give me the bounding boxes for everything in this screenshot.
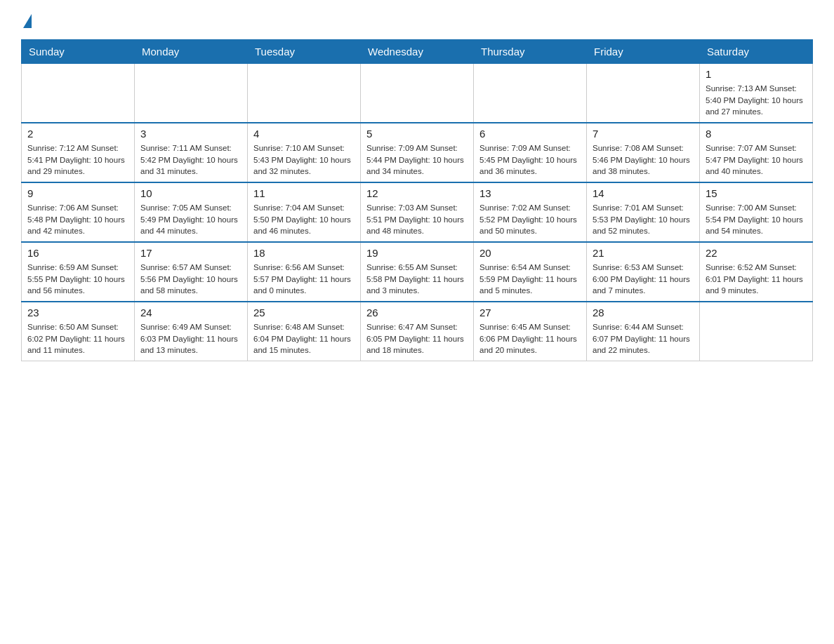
day-info: Sunrise: 7:09 AM Sunset: 5:44 PM Dayligh… (366, 142, 468, 177)
calendar-cell (361, 64, 474, 123)
day-info: Sunrise: 6:59 AM Sunset: 5:55 PM Dayligh… (27, 262, 128, 297)
day-info: Sunrise: 6:53 AM Sunset: 6:00 PM Dayligh… (593, 262, 694, 297)
calendar-cell: 28Sunrise: 6:44 AM Sunset: 6:07 PM Dayli… (587, 302, 700, 361)
day-number: 8 (706, 128, 807, 140)
day-info: Sunrise: 7:07 AM Sunset: 5:47 PM Dayligh… (706, 142, 807, 177)
calendar-cell: 14Sunrise: 7:01 AM Sunset: 5:53 PM Dayli… (587, 182, 700, 242)
day-info: Sunrise: 6:47 AM Sunset: 6:05 PM Dayligh… (366, 321, 468, 356)
day-number: 5 (366, 128, 468, 140)
day-info: Sunrise: 7:09 AM Sunset: 5:45 PM Dayligh… (479, 142, 581, 177)
day-number: 24 (140, 307, 241, 318)
day-number: 27 (479, 307, 581, 318)
day-number: 26 (366, 307, 468, 318)
day-info: Sunrise: 7:01 AM Sunset: 5:53 PM Dayligh… (593, 202, 694, 237)
day-number: 2 (27, 128, 128, 140)
day-of-week-header: Monday (135, 40, 248, 64)
day-number: 14 (593, 187, 694, 199)
calendar-cell: 15Sunrise: 7:00 AM Sunset: 5:54 PM Dayli… (700, 182, 813, 242)
day-number: 20 (479, 247, 581, 259)
day-info: Sunrise: 7:13 AM Sunset: 5:40 PM Dayligh… (706, 83, 807, 118)
calendar-cell (700, 302, 813, 361)
day-info: Sunrise: 6:55 AM Sunset: 5:58 PM Dayligh… (366, 262, 468, 297)
calendar-week-row: 23Sunrise: 6:50 AM Sunset: 6:02 PM Dayli… (22, 302, 813, 361)
day-info: Sunrise: 6:49 AM Sunset: 6:03 PM Dayligh… (140, 321, 241, 356)
day-info: Sunrise: 7:05 AM Sunset: 5:49 PM Dayligh… (140, 202, 241, 237)
day-info: Sunrise: 7:11 AM Sunset: 5:42 PM Dayligh… (140, 142, 241, 177)
calendar-cell: 10Sunrise: 7:05 AM Sunset: 5:49 PM Dayli… (135, 182, 248, 242)
day-number: 9 (27, 187, 128, 199)
day-number: 7 (593, 128, 694, 140)
day-info: Sunrise: 7:10 AM Sunset: 5:43 PM Dayligh… (253, 142, 355, 177)
calendar-week-row: 1Sunrise: 7:13 AM Sunset: 5:40 PM Daylig… (22, 64, 813, 123)
day-number: 22 (706, 247, 807, 259)
logo (21, 14, 32, 28)
calendar-week-row: 16Sunrise: 6:59 AM Sunset: 5:55 PM Dayli… (22, 242, 813, 302)
day-of-week-header: Wednesday (361, 40, 474, 64)
day-info: Sunrise: 7:04 AM Sunset: 5:50 PM Dayligh… (253, 202, 355, 237)
day-of-week-header: Saturday (700, 40, 813, 64)
day-info: Sunrise: 6:52 AM Sunset: 6:01 PM Dayligh… (706, 262, 807, 297)
calendar-cell: 2Sunrise: 7:12 AM Sunset: 5:41 PM Daylig… (22, 123, 135, 182)
day-info: Sunrise: 6:48 AM Sunset: 6:04 PM Dayligh… (253, 321, 355, 356)
day-info: Sunrise: 6:44 AM Sunset: 6:07 PM Dayligh… (593, 321, 694, 356)
day-number: 13 (479, 187, 581, 199)
day-number: 28 (593, 307, 694, 318)
calendar-cell (22, 64, 135, 123)
calendar-header-row: SundayMondayTuesdayWednesdayThursdayFrid… (22, 40, 813, 64)
calendar-cell: 16Sunrise: 6:59 AM Sunset: 5:55 PM Dayli… (22, 242, 135, 302)
day-info: Sunrise: 6:50 AM Sunset: 6:02 PM Dayligh… (27, 321, 128, 356)
day-of-week-header: Sunday (22, 40, 135, 64)
day-number: 4 (253, 128, 355, 140)
calendar-cell: 27Sunrise: 6:45 AM Sunset: 6:06 PM Dayli… (474, 302, 587, 361)
calendar-cell: 22Sunrise: 6:52 AM Sunset: 6:01 PM Dayli… (700, 242, 813, 302)
day-number: 1 (706, 68, 807, 80)
day-info: Sunrise: 7:03 AM Sunset: 5:51 PM Dayligh… (366, 202, 468, 237)
calendar-cell: 23Sunrise: 6:50 AM Sunset: 6:02 PM Dayli… (22, 302, 135, 361)
day-of-week-header: Thursday (474, 40, 587, 64)
calendar-cell: 18Sunrise: 6:56 AM Sunset: 5:57 PM Dayli… (248, 242, 361, 302)
day-number: 6 (479, 128, 581, 140)
logo-triangle-icon (23, 14, 32, 28)
calendar-cell (587, 64, 700, 123)
calendar-cell: 12Sunrise: 7:03 AM Sunset: 5:51 PM Dayli… (361, 182, 474, 242)
day-number: 25 (253, 307, 355, 318)
calendar-cell: 1Sunrise: 7:13 AM Sunset: 5:40 PM Daylig… (700, 64, 813, 123)
calendar-cell: 3Sunrise: 7:11 AM Sunset: 5:42 PM Daylig… (135, 123, 248, 182)
day-number: 21 (593, 247, 694, 259)
day-info: Sunrise: 6:54 AM Sunset: 5:59 PM Dayligh… (479, 262, 581, 297)
page-header (21, 14, 813, 28)
day-number: 16 (27, 247, 128, 259)
calendar-cell: 13Sunrise: 7:02 AM Sunset: 5:52 PM Dayli… (474, 182, 587, 242)
calendar-cell: 21Sunrise: 6:53 AM Sunset: 6:00 PM Dayli… (587, 242, 700, 302)
calendar-cell: 8Sunrise: 7:07 AM Sunset: 5:47 PM Daylig… (700, 123, 813, 182)
day-number: 3 (140, 128, 241, 140)
calendar-cell: 4Sunrise: 7:10 AM Sunset: 5:43 PM Daylig… (248, 123, 361, 182)
calendar-cell (474, 64, 587, 123)
calendar-cell: 25Sunrise: 6:48 AM Sunset: 6:04 PM Dayli… (248, 302, 361, 361)
day-info: Sunrise: 7:02 AM Sunset: 5:52 PM Dayligh… (479, 202, 581, 237)
day-info: Sunrise: 6:57 AM Sunset: 5:56 PM Dayligh… (140, 262, 241, 297)
day-number: 23 (27, 307, 128, 318)
calendar-cell (135, 64, 248, 123)
calendar-cell: 6Sunrise: 7:09 AM Sunset: 5:45 PM Daylig… (474, 123, 587, 182)
calendar-table: SundayMondayTuesdayWednesdayThursdayFrid… (21, 39, 813, 361)
calendar-cell: 7Sunrise: 7:08 AM Sunset: 5:46 PM Daylig… (587, 123, 700, 182)
day-info: Sunrise: 6:56 AM Sunset: 5:57 PM Dayligh… (253, 262, 355, 297)
day-number: 12 (366, 187, 468, 199)
day-info: Sunrise: 7:06 AM Sunset: 5:48 PM Dayligh… (27, 202, 128, 237)
day-number: 10 (140, 187, 241, 199)
calendar-cell: 24Sunrise: 6:49 AM Sunset: 6:03 PM Dayli… (135, 302, 248, 361)
calendar-cell: 26Sunrise: 6:47 AM Sunset: 6:05 PM Dayli… (361, 302, 474, 361)
day-info: Sunrise: 7:12 AM Sunset: 5:41 PM Dayligh… (27, 142, 128, 177)
calendar-cell: 17Sunrise: 6:57 AM Sunset: 5:56 PM Dayli… (135, 242, 248, 302)
day-of-week-header: Tuesday (248, 40, 361, 64)
day-info: Sunrise: 7:08 AM Sunset: 5:46 PM Dayligh… (593, 142, 694, 177)
day-number: 18 (253, 247, 355, 259)
day-number: 15 (706, 187, 807, 199)
day-number: 19 (366, 247, 468, 259)
calendar-cell: 20Sunrise: 6:54 AM Sunset: 5:59 PM Dayli… (474, 242, 587, 302)
day-number: 17 (140, 247, 241, 259)
calendar-cell: 9Sunrise: 7:06 AM Sunset: 5:48 PM Daylig… (22, 182, 135, 242)
calendar-week-row: 9Sunrise: 7:06 AM Sunset: 5:48 PM Daylig… (22, 182, 813, 242)
calendar-cell: 19Sunrise: 6:55 AM Sunset: 5:58 PM Dayli… (361, 242, 474, 302)
